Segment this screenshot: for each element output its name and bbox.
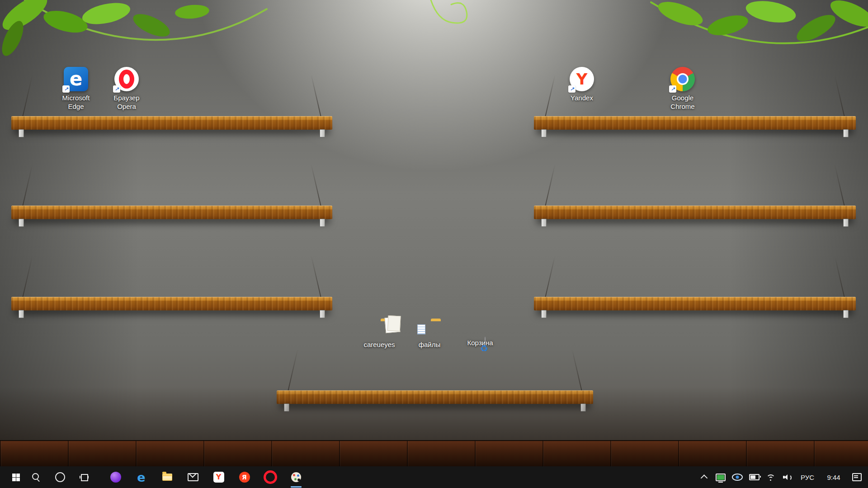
shelf-bracket xyxy=(19,129,24,137)
search-button[interactable] xyxy=(24,466,48,488)
taskbar-separator xyxy=(96,466,103,488)
desktop-icon-label: Microsoft Edge xyxy=(56,94,96,111)
desktop-icon-opera[interactable]: ↗ Браузер Opera xyxy=(99,67,154,111)
action-center-button[interactable] xyxy=(849,466,865,488)
chrome-icon: ↗ xyxy=(670,67,695,91)
tray-network-button[interactable] xyxy=(763,466,779,488)
shelf-wire xyxy=(311,255,321,298)
shelf xyxy=(277,390,593,404)
yandex-icon: Я xyxy=(239,472,250,483)
shelf-bracket xyxy=(320,219,325,227)
desktop-icon-label: careueyes xyxy=(359,341,399,349)
tray-battery-button[interactable] xyxy=(746,466,763,488)
shelf-wire xyxy=(22,164,33,206)
shelf-wire xyxy=(571,349,582,391)
tray-eye-button[interactable] xyxy=(729,466,746,488)
shelf-bracket xyxy=(19,219,24,227)
purple-app-icon xyxy=(110,472,121,483)
taskbar-app-palette[interactable] xyxy=(283,466,309,488)
task-view-button[interactable] xyxy=(72,466,96,488)
cortana-icon xyxy=(55,472,65,482)
taskbar-app-yandex[interactable]: Я xyxy=(231,466,257,488)
shelf-bracket xyxy=(320,129,325,137)
shelf-bracket xyxy=(284,404,289,412)
shelf-board xyxy=(534,206,856,219)
opera-icon xyxy=(264,470,277,484)
shelf-wire xyxy=(834,255,845,298)
shelf-bracket xyxy=(843,219,849,227)
running-indicator xyxy=(291,486,302,488)
task-view-icon xyxy=(80,474,89,481)
shelf-wire xyxy=(288,349,298,391)
clock[interactable]: 9:44 xyxy=(819,466,849,488)
shortcut-arrow-icon: ↗ xyxy=(669,85,676,93)
taskbar: e Y Я РУС 9:44 xyxy=(0,466,868,488)
shelf xyxy=(11,116,332,130)
wifi-icon xyxy=(766,474,775,481)
shelf-board xyxy=(277,390,593,404)
taskbar-app-mail[interactable] xyxy=(180,466,206,488)
shelf-wire xyxy=(311,75,321,117)
taskbar-left: e Y Я xyxy=(0,466,309,488)
opera-icon: ↗ xyxy=(114,67,139,91)
cortana-button[interactable] xyxy=(48,466,72,488)
wifi-dot xyxy=(770,479,771,481)
shelf-wire xyxy=(22,255,33,298)
shelf-board xyxy=(534,297,856,310)
chevron-up-icon xyxy=(701,474,708,482)
folder-pages xyxy=(385,317,401,333)
shelf xyxy=(11,206,332,219)
shelf xyxy=(534,116,856,130)
tray-volume-button[interactable] xyxy=(779,466,796,488)
desktop-icon-files[interactable]: файлы xyxy=(402,338,457,349)
folder-document xyxy=(417,324,425,334)
palette-icon xyxy=(291,472,301,482)
taskbar-app-opera[interactable] xyxy=(257,466,283,488)
desktop-icon-google-chrome[interactable]: ↗ Google Chrome xyxy=(656,67,710,111)
volume-wave xyxy=(785,474,792,481)
mail-icon xyxy=(188,473,198,481)
desktop-icon-label: Yandex xyxy=(562,94,602,103)
shelf-bracket xyxy=(320,310,325,318)
taskbar-app-yandex-browser[interactable]: Y xyxy=(206,466,231,488)
tray-display-button[interactable] xyxy=(712,466,729,488)
desktop-icon-recycle-bin[interactable]: ♻ Корзина xyxy=(453,336,507,347)
shelf-wire xyxy=(545,255,556,298)
shelf-wire xyxy=(22,75,33,117)
search-icon xyxy=(32,473,41,482)
tray-expand-button[interactable] xyxy=(696,466,712,488)
eye-icon xyxy=(732,474,743,481)
shelf-wire xyxy=(834,164,845,206)
yandex-browser-icon: Y xyxy=(213,472,224,483)
taskbar-app-edge[interactable]: e xyxy=(128,466,154,488)
shelf-board xyxy=(11,206,332,219)
shelf-wire xyxy=(834,75,845,117)
shelf-bracket xyxy=(843,310,849,318)
shelf-wire xyxy=(545,164,556,206)
language-indicator[interactable]: РУС xyxy=(796,466,819,488)
display-icon xyxy=(716,474,726,481)
shelf xyxy=(534,297,856,310)
edge-icon: e ↗ xyxy=(64,67,88,91)
start-button[interactable] xyxy=(0,466,24,488)
desktop-icon-careueyes[interactable]: careueyes xyxy=(352,338,406,349)
shelf-bracket xyxy=(843,129,849,137)
shelf-wire xyxy=(545,75,556,117)
system-tray: РУС 9:44 xyxy=(696,466,868,488)
shelf-bracket xyxy=(19,310,24,318)
desktop-icon-label: Google Chrome xyxy=(663,94,703,111)
taskbar-app-purple[interactable] xyxy=(103,466,128,488)
shelf-bracket xyxy=(580,404,586,412)
shelf-bracket xyxy=(541,310,547,318)
battery-icon xyxy=(749,474,760,480)
windows-logo-icon xyxy=(8,474,16,481)
desktop-icon-microsoft-edge[interactable]: e ↗ Microsoft Edge xyxy=(49,67,103,111)
floor xyxy=(0,440,868,466)
shelf-bracket xyxy=(541,219,547,227)
taskbar-app-file-explorer[interactable] xyxy=(154,466,180,488)
desktop-icon-yandex[interactable]: Y ↗ Yandex xyxy=(555,67,609,103)
shortcut-arrow-icon: ↗ xyxy=(113,85,120,93)
desktop-icon-label: Браузер Opera xyxy=(107,94,146,111)
shelf xyxy=(11,297,332,310)
shortcut-arrow-icon: ↗ xyxy=(62,85,70,93)
